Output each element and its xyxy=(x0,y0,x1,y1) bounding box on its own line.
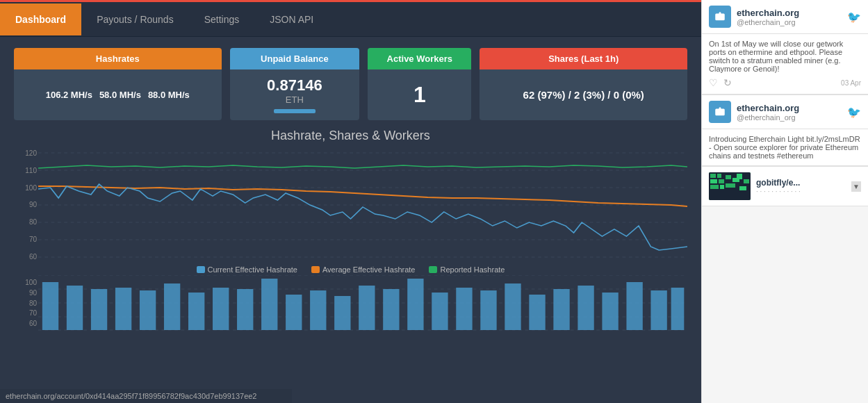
svg-rect-48 xyxy=(726,183,735,188)
svg-rect-19 xyxy=(213,288,229,330)
nav-settings[interactable]: Settings xyxy=(189,3,255,35)
svg-rect-41 xyxy=(717,174,721,178)
twitter-icon-2: 🐦 xyxy=(847,106,861,119)
unpaid-header: Unpaid Balance xyxy=(230,48,360,69)
y-label-60: 60 xyxy=(15,253,37,261)
unpaid-body: 0.87146 ETH xyxy=(230,69,360,120)
svg-rect-18 xyxy=(188,293,204,330)
workers-body: 1 xyxy=(368,69,471,120)
tweet-block-2: etherchain.org @etherchain_org 🐦 Introdu… xyxy=(702,95,868,167)
svg-rect-45 xyxy=(720,185,724,189)
svg-rect-44 xyxy=(710,185,719,189)
shares-card: Shares (Last 1h) 62 (97%) / 2 (3%) / 0 (… xyxy=(480,48,687,120)
svg-rect-32 xyxy=(529,295,545,330)
svg-rect-42 xyxy=(710,179,717,183)
user-info-2: etherchain.org @etherchain_org xyxy=(737,103,847,122)
svg-rect-29 xyxy=(456,288,472,330)
username-2: etherchain.org xyxy=(737,103,847,113)
svg-rect-40 xyxy=(710,174,716,178)
svg-rect-43 xyxy=(719,179,724,183)
navbar: Dashboard Payouts / Rounds Settings JSON… xyxy=(0,2,701,37)
sidebar-header-2: etherchain.org @etherchain_org 🐦 xyxy=(702,95,868,129)
nav-dashboard[interactable]: Dashboard xyxy=(0,3,81,35)
svg-rect-50 xyxy=(744,179,749,183)
y-label-70: 70 xyxy=(15,236,37,243)
workers-header: Active Workers xyxy=(368,48,471,69)
sy-70: 70 xyxy=(15,309,37,317)
y-label-90: 90 xyxy=(15,201,37,208)
tweet-block-1: etherchain.org @etherchain_org 🐦 On 1st … xyxy=(702,0,868,95)
svg-rect-17 xyxy=(164,283,180,330)
svg-rect-51 xyxy=(739,186,746,190)
handle-1: @etherchain_org xyxy=(737,18,847,26)
unpaid-card: Unpaid Balance 0.87146 ETH xyxy=(230,48,360,120)
workers-card: Active Workers 1 xyxy=(368,48,471,120)
svg-rect-36 xyxy=(626,282,642,330)
chart-legend: Current Effective Hashrate Average Effec… xyxy=(14,265,687,274)
shares-header: Shares (Last 1h) xyxy=(480,48,687,69)
shares-svg xyxy=(38,275,687,331)
legend-reported: Reported Hashrate xyxy=(429,265,505,274)
svg-rect-20 xyxy=(237,289,253,330)
tweet-meta-1: ♡ ↻ 03 Apr xyxy=(709,77,861,88)
status-bar: etherchain.org/account/0xd414aa295f71f89… xyxy=(0,389,292,403)
hashrates-header: Hashrates xyxy=(14,48,222,69)
stats-row: Hashrates 106.2 MH/s 58.0 MH/s 88.0 MH/s… xyxy=(0,37,701,126)
nav-json-api[interactable]: JSON API xyxy=(254,3,329,35)
retweet-icon-1[interactable]: ↻ xyxy=(723,77,732,88)
legend-current: Current Effective Hashrate xyxy=(197,265,297,274)
y-label-100: 100 xyxy=(15,184,37,192)
hashrate-val-2: 58.0 MH/s xyxy=(99,90,141,100)
hashrate-svg xyxy=(38,146,687,264)
handle-2: @etherchain_org xyxy=(737,113,847,122)
shares-y-axis: 100 90 80 70 60 xyxy=(14,275,38,331)
hashrates-card: Hashrates 106.2 MH/s 58.0 MH/s 88.0 MH/s xyxy=(14,48,222,120)
svg-rect-33 xyxy=(553,289,569,330)
svg-rect-23 xyxy=(310,290,326,330)
sy-80: 80 xyxy=(15,299,37,307)
like-icon-1[interactable]: ♡ xyxy=(709,77,718,88)
tweet-text-1: On 1st of May we will close our getwork … xyxy=(709,40,843,73)
legend-label-reported: Reported Hashrate xyxy=(440,265,505,274)
legend-dot-reported xyxy=(429,266,437,273)
svg-rect-31 xyxy=(505,283,521,330)
shares-body: 62 (97%) / 2 (3%) / 0 (0%) xyxy=(480,69,687,120)
svg-rect-14 xyxy=(91,289,107,330)
link-card-dots: · · · · · · · · · · · · xyxy=(756,188,851,195)
svg-rect-35 xyxy=(602,293,618,330)
hashrates-body: 106.2 MH/s 58.0 MH/s 88.0 MH/s xyxy=(14,69,222,120)
unpaid-value: 0.87146 xyxy=(267,76,322,94)
legend-dot-current xyxy=(197,266,205,273)
svg-rect-24 xyxy=(334,296,350,330)
tweet-2: Introducing Etherchain Light bit.ly/2msL… xyxy=(702,129,868,166)
hashrate-val-1: 106.2 MH/s xyxy=(46,90,92,100)
nav-payouts[interactable]: Payouts / Rounds xyxy=(81,3,189,35)
sy-60: 60 xyxy=(15,320,37,327)
unpaid-progress xyxy=(274,109,316,113)
hashrate-values: 106.2 MH/s 58.0 MH/s 88.0 MH/s xyxy=(46,90,190,100)
svg-rect-37 xyxy=(650,290,666,330)
legend-label-average: Average Effective Hashrate xyxy=(322,265,416,274)
link-card-text: gobitfly/e... · · · · · · · · · · · · xyxy=(756,178,851,195)
svg-rect-15 xyxy=(115,288,131,330)
svg-rect-38 xyxy=(671,288,685,330)
sidebar-scroll-arrow[interactable]: ▼ xyxy=(851,181,861,192)
svg-rect-16 xyxy=(140,290,156,330)
legend-dot-average xyxy=(311,266,320,273)
avatar-1 xyxy=(709,6,731,28)
svg-rect-26 xyxy=(383,289,399,330)
chart-title: Hashrate, Shares & Workers xyxy=(14,129,687,143)
y-label-120: 120 xyxy=(15,149,37,157)
chart-y-axis: 120 110 100 90 80 70 60 xyxy=(14,146,38,264)
y-label-110: 110 xyxy=(15,167,37,174)
svg-rect-49 xyxy=(737,174,742,179)
link-card[interactable]: gobitfly/e... · · · · · · · · · · · · ▼ xyxy=(702,167,868,206)
shares-value: 62 (97%) / 2 (3%) / 0 (0%) xyxy=(523,89,644,101)
username-1: etherchain.org xyxy=(737,8,847,18)
hashrate-chart-wrapper: 120 110 100 90 80 70 60 xyxy=(14,146,687,264)
svg-rect-22 xyxy=(286,295,302,330)
y-label-80: 80 xyxy=(15,218,37,226)
svg-rect-27 xyxy=(407,279,423,330)
sy-100: 100 xyxy=(15,279,37,286)
svg-rect-34 xyxy=(578,286,593,330)
